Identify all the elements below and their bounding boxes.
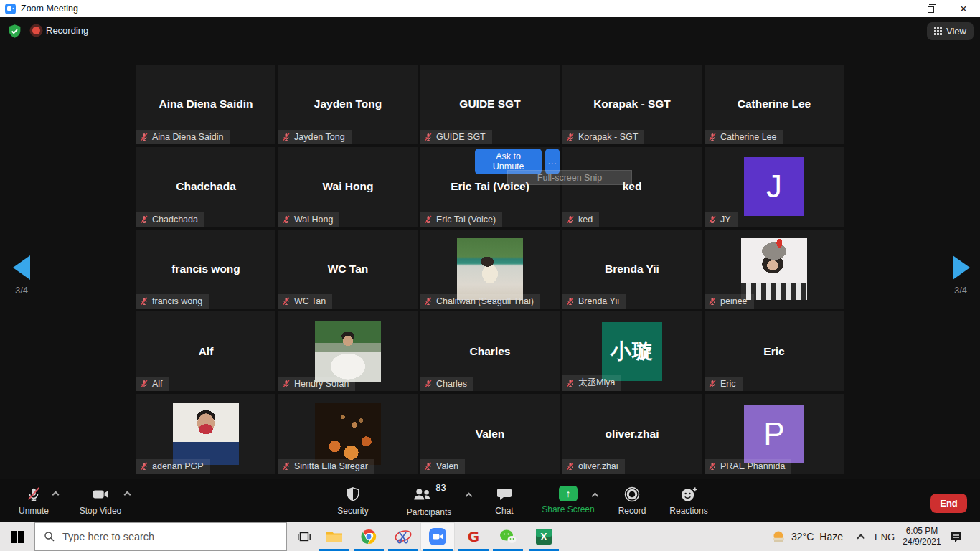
muted-mic-icon	[282, 461, 291, 471]
view-button[interactable]: View	[927, 22, 974, 40]
participant-tile[interactable]: ValenValen	[420, 394, 560, 474]
next-page-arrow[interactable]	[953, 255, 970, 280]
participant-tile[interactable]: oliver.zhaioliver.zhai	[562, 394, 702, 474]
muted-mic-icon	[708, 296, 717, 306]
muted-mic-icon	[424, 215, 433, 225]
participants-count: 83	[435, 482, 446, 493]
participant-name: Valen	[471, 428, 509, 441]
chat-button[interactable]: Chat	[481, 479, 527, 522]
muted-mic-icon	[282, 379, 291, 389]
participant-name: Brenda Yii	[600, 263, 664, 276]
record-button[interactable]: Record	[607, 479, 657, 522]
taskbar-search-input[interactable]: Type here to search	[34, 522, 287, 551]
reactions-button[interactable]: Reactions	[659, 479, 719, 522]
participant-tile[interactable]: JJY	[705, 147, 844, 227]
participants-options-chevron[interactable]	[466, 493, 473, 500]
participant-tile[interactable]: EricEric	[705, 311, 844, 391]
chrome-icon	[361, 529, 377, 545]
participant-label: Catherine Lee	[705, 130, 783, 144]
muted-mic-icon	[566, 296, 575, 306]
share-screen-button[interactable]: ↑ Share Screen	[538, 479, 598, 522]
end-meeting-button[interactable]: End	[930, 494, 967, 513]
participant-tile[interactable]: WC TanWC Tan	[278, 230, 418, 309]
participant-tile[interactable]: Chalitwan (Seagull Thai)	[420, 230, 560, 309]
taskbar-app-zoom[interactable]	[420, 522, 455, 551]
tray-overflow-button[interactable]	[858, 522, 864, 551]
participant-tile[interactable]: 小璇太丞Miya	[562, 311, 702, 391]
chat-label: Chat	[495, 506, 513, 516]
participant-tile[interactable]: Hendry Sofan	[278, 311, 418, 391]
participant-tile[interactable]: peinee	[705, 230, 844, 309]
microphone-muted-icon	[26, 486, 42, 503]
taskbar-app-chrome[interactable]	[352, 522, 386, 551]
participant-tile[interactable]: Aina Diena SaidinAina Diena Saidin	[136, 65, 275, 144]
meeting-controls-bar: Unmute Stop Video Security	[0, 479, 980, 522]
participant-tile[interactable]: Korapak - SGTKorapak - SGT	[562, 65, 702, 144]
clock-tray-item[interactable]: 6:05 PM 24/9/2021	[898, 522, 946, 551]
participant-tile[interactable]: francis wongfrancis wong	[136, 230, 275, 309]
taskbar-app-excel[interactable]: X	[527, 522, 561, 551]
participant-tile[interactable]: CharlesCharles	[420, 311, 560, 391]
participant-tile[interactable]: Jayden TongJayden Tong	[278, 65, 418, 144]
participant-name: Jayden Tong	[310, 98, 386, 110]
muted-mic-icon	[424, 461, 433, 471]
participant-label: Sinitta Ella Siregar	[278, 459, 374, 474]
security-button[interactable]: Security	[330, 479, 376, 522]
shield-icon	[345, 486, 361, 503]
participant-tile[interactable]: adenan PGP	[136, 394, 275, 474]
participant-tile[interactable]: GUIDE SGTGUIDE SGT	[420, 65, 560, 144]
participants-button[interactable]: 83 Participants	[396, 479, 462, 522]
participant-tile[interactable]: PPRAE Phannida	[705, 394, 844, 474]
recording-dot-icon	[32, 27, 40, 34]
language-tray-item[interactable]: ENG	[875, 522, 895, 551]
participant-label: Brenda Yii	[562, 294, 626, 309]
participant-tile[interactable]: Wai HongWai Hong	[278, 147, 418, 227]
participant-tile[interactable]: Catherine LeeCatherine Lee	[705, 65, 844, 144]
svg-text:X: X	[540, 531, 547, 542]
taskbar-app-g-app[interactable]: G	[456, 522, 491, 551]
participant-tile[interactable]: ChadchadaChadchada	[136, 147, 275, 227]
muted-mic-icon	[566, 461, 575, 471]
zoom-app-icon	[5, 4, 16, 14]
participant-tile[interactable]: Eric Tai (Voice)Ask to Unmute...Eric Tai…	[420, 147, 560, 227]
weather-tray-item[interactable]: 32°C Haze	[771, 522, 843, 551]
close-button[interactable]: ✕	[947, 0, 980, 17]
task-view-button[interactable]	[288, 522, 320, 551]
action-center-button[interactable]	[950, 522, 963, 551]
g-app-icon: G	[468, 528, 479, 545]
windows-logo-icon	[11, 531, 24, 543]
participant-label: Wai Hong	[278, 212, 339, 227]
participant-photo	[315, 321, 381, 382]
chat-bubble-icon	[496, 486, 513, 503]
participant-label: Chadchada	[136, 212, 204, 227]
muted-mic-icon	[424, 132, 433, 142]
participant-tile[interactable]: kedked	[562, 147, 702, 227]
unmute-button[interactable]: Unmute	[11, 479, 56, 522]
muted-mic-icon	[566, 378, 575, 388]
recording-indicator[interactable]: Recording	[32, 25, 88, 36]
start-button[interactable]	[0, 522, 34, 551]
participant-label: oliver.zhai	[562, 459, 625, 474]
participant-label: francis wong	[136, 294, 209, 309]
participant-name: Wai Hong	[319, 180, 378, 193]
participant-name: Charles	[466, 345, 515, 358]
previous-page-arrow[interactable]	[13, 255, 30, 280]
participant-tile[interactable]: Brenda YiiBrenda Yii	[562, 230, 702, 309]
temperature-label: 32°C	[791, 531, 814, 542]
restore-button[interactable]	[914, 0, 947, 17]
participant-tile[interactable]: Sinitta Ella Siregar	[278, 394, 418, 474]
security-shield-icon[interactable]	[7, 24, 22, 39]
participant-label: Alf	[136, 377, 169, 391]
participant-tile[interactable]: AlfAlf	[136, 311, 275, 391]
minimize-button[interactable]	[881, 0, 914, 17]
participant-avatar: 小璇	[602, 322, 662, 381]
participant-name: francis wong	[167, 263, 245, 276]
participant-label: WC Tan	[278, 294, 332, 309]
taskbar-app-wechat[interactable]	[491, 522, 525, 551]
taskbar-app-file-explorer[interactable]	[317, 522, 352, 551]
muted-mic-icon	[566, 132, 575, 142]
taskbar-app-snipping-tool[interactable]	[386, 522, 420, 551]
participant-name: Korapak - SGT	[589, 98, 675, 110]
stop-video-button[interactable]: Stop Video	[73, 479, 128, 522]
participant-label: Jayden Tong	[278, 130, 352, 144]
